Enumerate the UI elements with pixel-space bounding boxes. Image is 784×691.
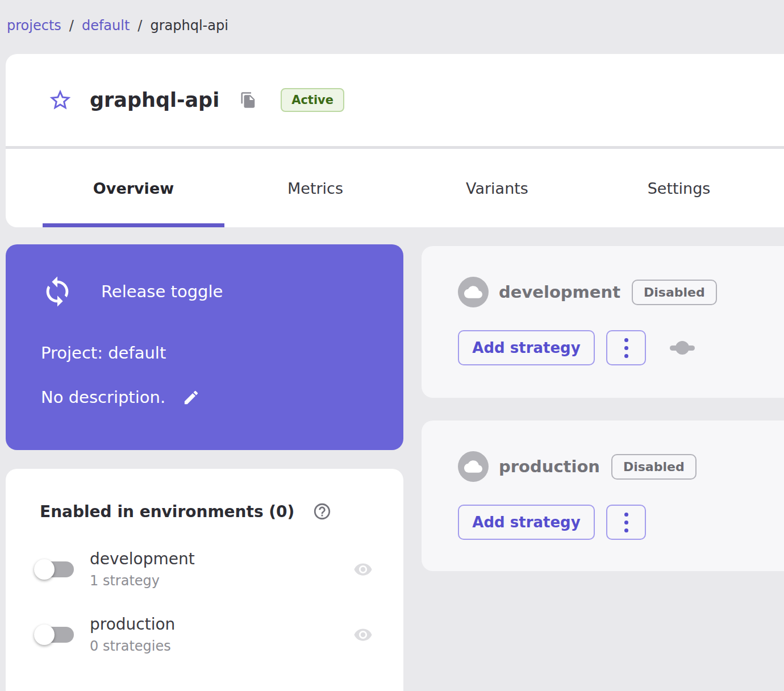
development-toggle[interactable] (34, 559, 74, 580)
environment-card-development: development Disabled Add strategy (422, 246, 784, 398)
enabled-environments-panel: Enabled in environments (0) development … (6, 469, 403, 691)
env-name: development (90, 550, 195, 568)
visibility-icon[interactable] (350, 625, 376, 644)
slider-knob (675, 341, 689, 355)
description-text: No description. (41, 388, 165, 407)
page-title: graphql-api (90, 89, 219, 111)
project-label: Project: default (41, 343, 381, 363)
release-toggle-header: Release toggle (41, 275, 381, 308)
right-column: development Disabled Add strategy (422, 244, 784, 691)
breadcrumb-link-default[interactable]: default (82, 18, 130, 34)
edit-description-icon[interactable] (182, 389, 200, 406)
tab-overview[interactable]: Overview (43, 149, 224, 227)
tab-variants[interactable]: Variants (406, 149, 588, 227)
env-strategy-count: 1 strategy (90, 573, 195, 589)
cloud-icon (464, 283, 482, 301)
environment-card-production: production Disabled Add strategy (422, 421, 784, 571)
environment-avatar (458, 277, 489, 307)
visibility-icon[interactable] (350, 560, 376, 579)
breadcrumb: projects / default / graphql-api (0, 0, 784, 35)
kebab-dot (624, 338, 628, 342)
env-row-production: production 0 strategies (34, 615, 376, 654)
environment-avatar (458, 451, 489, 482)
env-card-name: production (499, 457, 600, 476)
kebab-dot (624, 346, 628, 350)
description-line: No description. (41, 388, 381, 407)
main-content: Release toggle Project: default No descr… (0, 227, 784, 691)
favorite-star-icon[interactable] (48, 88, 73, 113)
env-card-actions: Add strategy (458, 330, 784, 365)
env-card-header: production Disabled (458, 451, 784, 482)
breadcrumb-separator: / (137, 18, 142, 34)
more-options-button[interactable] (606, 330, 646, 365)
env-card-actions: Add strategy (458, 505, 784, 540)
env-strategy-count: 0 strategies (90, 638, 175, 654)
kebab-dot (624, 521, 628, 525)
tab-settings[interactable]: Settings (588, 149, 770, 227)
enabled-environments-title: Enabled in environments (0) (40, 502, 294, 521)
env-status-badge: Disabled (632, 280, 717, 305)
env-card-name: development (499, 282, 620, 302)
env-row-development: development 1 strategy (34, 550, 376, 589)
env-row-text: development 1 strategy (90, 550, 195, 589)
release-rotate-icon (41, 275, 74, 308)
kebab-dot (624, 528, 628, 532)
kebab-dot (624, 513, 628, 517)
enabled-environments-header: Enabled in environments (0) (34, 502, 376, 521)
more-options-button[interactable] (606, 505, 646, 540)
left-column: Release toggle Project: default No descr… (6, 244, 403, 691)
env-status-badge: Disabled (611, 454, 697, 480)
copy-icon[interactable] (240, 91, 257, 109)
strategy-slider-icon (670, 340, 695, 355)
breadcrumb-current: graphql-api (150, 18, 228, 34)
toggle-thumb (34, 559, 55, 580)
tab-bar: Overview Metrics Variants Settings (43, 149, 770, 227)
feature-header-card: graphql-api Active Overview Metrics Vari… (6, 54, 784, 227)
cloud-icon (464, 457, 482, 476)
kebab-dot (624, 354, 628, 358)
help-icon[interactable] (312, 502, 332, 521)
env-name: production (90, 615, 175, 634)
add-strategy-button[interactable]: Add strategy (458, 330, 595, 365)
breadcrumb-link-projects[interactable]: projects (7, 18, 61, 34)
toggle-type-label: Release toggle (101, 282, 223, 301)
feature-title-row: graphql-api Active (6, 54, 784, 146)
env-row-text: production 0 strategies (90, 615, 175, 654)
env-card-header: development Disabled (458, 277, 784, 307)
release-toggle-card: Release toggle Project: default No descr… (6, 244, 403, 450)
status-badge: Active (281, 88, 344, 112)
production-toggle[interactable] (34, 624, 74, 646)
tab-metrics[interactable]: Metrics (224, 149, 406, 227)
add-strategy-button[interactable]: Add strategy (458, 505, 595, 540)
toggle-thumb (34, 625, 55, 645)
breadcrumb-separator: / (69, 18, 74, 34)
